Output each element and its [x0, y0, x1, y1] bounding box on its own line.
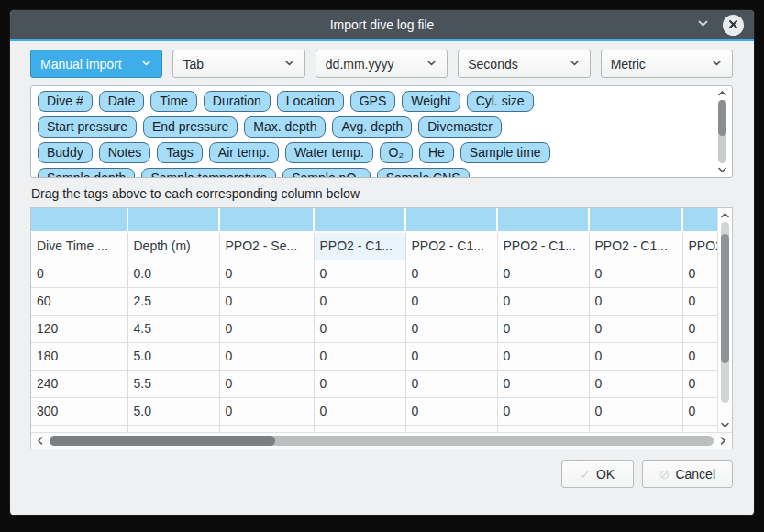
- cancel-button-label: Cancel: [675, 467, 715, 482]
- chevron-left-icon[interactable]: [36, 435, 45, 447]
- table-cell: [405, 425, 497, 432]
- tag-gps[interactable]: GPS: [350, 91, 396, 112]
- column-header[interactable]: PPO2 - C1...: [589, 232, 682, 260]
- drop-zone-row: [31, 208, 717, 232]
- scrollbar-track[interactable]: [718, 100, 726, 163]
- tag-buddy[interactable]: Buddy: [38, 142, 93, 163]
- table-cell: 0: [31, 260, 127, 287]
- scrollbar-thumb[interactable]: [50, 436, 275, 446]
- tag-water-temp[interactable]: Water temp.: [285, 142, 373, 163]
- table-cell: 2.5: [127, 287, 219, 315]
- tag-sample-depth[interactable]: Sample depth: [38, 168, 135, 178]
- tag-cyl-size[interactable]: Cyl. size: [467, 91, 534, 112]
- drop-zone-cell[interactable]: [127, 208, 219, 232]
- table-cell: 0: [589, 260, 682, 287]
- tag-notes[interactable]: Notes: [99, 142, 151, 163]
- table-cell: 0: [682, 315, 717, 342]
- table-cell: 0: [682, 342, 717, 370]
- drop-zone-cell[interactable]: [497, 208, 589, 232]
- tags-vertical-scrollbar[interactable]: [715, 89, 729, 174]
- tag-end-pressure[interactable]: End pressure: [143, 116, 238, 138]
- table-cell: [31, 425, 127, 432]
- ok-button-label: OK: [596, 467, 615, 482]
- drop-zone-cell[interactable]: [31, 208, 127, 232]
- table-cell: 0: [314, 260, 405, 287]
- close-icon: [728, 17, 738, 33]
- chevron-right-icon[interactable]: [718, 435, 727, 447]
- tag-tags[interactable]: Tags: [157, 142, 203, 163]
- import-type-select[interactable]: Manual import: [30, 50, 162, 78]
- chevron-up-icon[interactable]: [716, 89, 728, 98]
- chevron-down-icon: [140, 57, 152, 72]
- chevron-down-icon[interactable]: [716, 165, 728, 174]
- tag-sample-cns[interactable]: Sample CNS: [377, 168, 470, 178]
- column-header[interactable]: PPO2 - C1...: [497, 232, 589, 260]
- field-separator-select[interactable]: Tab: [172, 50, 304, 78]
- column-header[interactable]: PPO2 - C1...: [314, 232, 405, 260]
- tag-dive[interactable]: Dive #: [38, 91, 93, 112]
- date-format-select[interactable]: dd.mm.yyyy: [316, 50, 448, 78]
- drop-zone-cell[interactable]: [219, 208, 314, 232]
- drop-zone-cell[interactable]: [589, 208, 682, 232]
- tag-avg-depth[interactable]: Avg. depth: [332, 116, 412, 138]
- chevron-down-icon[interactable]: [719, 420, 731, 429]
- tag-sample-temperature[interactable]: Sample temperature: [141, 168, 276, 178]
- table-cell: 0: [405, 287, 497, 315]
- tag-max-depth[interactable]: Max. depth: [244, 116, 326, 138]
- scrollbar-track[interactable]: [50, 436, 714, 446]
- table-cell: 0: [314, 287, 405, 315]
- shade-window-button[interactable]: [694, 17, 711, 33]
- duration-format-select[interactable]: Seconds: [458, 50, 590, 78]
- column-header[interactable]: PPO2 - Se...: [219, 232, 314, 260]
- column-header[interactable]: Dive Time ...: [31, 232, 127, 260]
- chevron-up-icon[interactable]: [719, 211, 731, 220]
- table-cell: 0: [682, 397, 717, 425]
- table-cell: 0: [219, 287, 314, 315]
- tag-weight[interactable]: Weight: [402, 91, 460, 112]
- tag-duration[interactable]: Duration: [204, 91, 271, 112]
- tag-o[interactable]: O₂: [380, 142, 413, 163]
- table-cell: 0: [589, 315, 682, 342]
- column-header[interactable]: PPO2: [682, 232, 717, 260]
- drop-zone-cell[interactable]: [405, 208, 497, 232]
- chevron-down-icon: [283, 57, 295, 72]
- table-cell: 0: [314, 315, 405, 342]
- tag-date[interactable]: Date: [99, 91, 145, 112]
- table-cell: 0: [314, 397, 405, 425]
- cancel-button[interactable]: ⊘ Cancel: [642, 460, 733, 488]
- table-vertical-scrollbar[interactable]: [717, 208, 732, 432]
- table-cell: 0: [682, 370, 717, 397]
- table-cell: 0: [405, 260, 497, 287]
- chevron-down-icon: [569, 57, 581, 72]
- drop-zone-cell[interactable]: [314, 208, 405, 232]
- tag-location[interactable]: Location: [277, 91, 344, 112]
- tag-air-temp[interactable]: Air temp.: [209, 142, 279, 163]
- units-select[interactable]: Metric: [601, 50, 733, 78]
- scrollbar-thumb[interactable]: [718, 100, 726, 136]
- table-cell: 300: [31, 397, 127, 425]
- date-format-value: dd.mm.yyyy: [326, 57, 426, 72]
- table-cell: 0: [589, 287, 682, 315]
- table-cell: 0: [405, 370, 497, 397]
- column-header[interactable]: PPO2 - C1...: [405, 232, 497, 260]
- close-button[interactable]: [723, 15, 744, 36]
- table-cell: [314, 425, 405, 432]
- tag-he[interactable]: He: [419, 142, 454, 163]
- column-header[interactable]: Depth (m): [127, 232, 219, 260]
- tag-sample-po[interactable]: Sample pO₂: [282, 168, 370, 178]
- tag-divemaster[interactable]: Divemaster: [418, 116, 502, 138]
- table-cell: 0: [314, 342, 405, 370]
- scrollbar-track[interactable]: [721, 222, 729, 418]
- scrollbar-thumb[interactable]: [721, 234, 729, 363]
- tag-start-pressure[interactable]: Start pressure: [38, 116, 137, 138]
- tag-time[interactable]: Time: [150, 91, 197, 112]
- import-options-row: Manual import Tab dd.mm.yyyy Seconds: [30, 50, 733, 78]
- table-horizontal-scrollbar[interactable]: [31, 432, 732, 449]
- table-cell: [219, 425, 314, 432]
- dialog-title: Import dive log file: [10, 17, 754, 32]
- tag-sample-time[interactable]: Sample time: [460, 142, 550, 163]
- table-row: 2405.5000000: [31, 370, 717, 397]
- table-cell: 0: [405, 397, 497, 425]
- ok-button[interactable]: ✓ OK: [561, 460, 634, 488]
- drop-zone-cell[interactable]: [682, 208, 717, 232]
